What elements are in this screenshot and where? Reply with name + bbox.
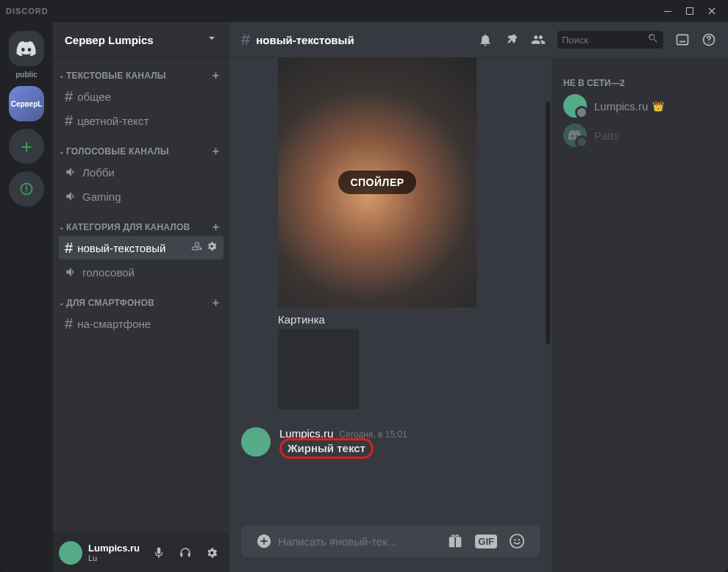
- chevron-down-icon: ⌄: [59, 224, 65, 231]
- svg-point-13: [510, 535, 524, 548]
- channel-на-смартфоне[interactable]: #на-смартфоне: [59, 312, 224, 335]
- gear-icon[interactable]: [206, 240, 218, 255]
- message-text: Жирный текст: [288, 442, 365, 454]
- svg-rect-1: [687, 8, 693, 15]
- category-header[interactable]: ⌄ГОЛОСОВЫЕ КАНАЛЫ+: [59, 133, 224, 160]
- svg-rect-4: [679, 41, 685, 43]
- category-header[interactable]: ⌄ТЕКСТОВЫЕ КАНАЛЫ+: [59, 57, 224, 84]
- channel-общее[interactable]: #общее: [59, 85, 224, 108]
- chevron-down-icon: ⌄: [59, 299, 65, 307]
- highlight-annotation: Жирный текст: [279, 438, 374, 459]
- spoiler-attachment[interactable]: СПОЙЛЕР: [278, 57, 477, 307]
- help-button[interactable]: [702, 32, 716, 47]
- speaker-icon: [65, 265, 78, 279]
- svg-rect-10: [454, 537, 456, 548]
- app-logo: DISCORD: [6, 7, 49, 15]
- message-row: Lumpics.ru Сегодня, в 15:01 Жирный текст: [241, 424, 540, 465]
- category-header[interactable]: ⌄ДЛЯ СМАРТФОНОВ+: [59, 285, 224, 311]
- member-row[interactable]: Lumpics.ru👑: [557, 91, 722, 121]
- spoiler-label: СПОЙЛЕР: [338, 171, 415, 194]
- notifications-button[interactable]: [478, 32, 493, 47]
- hash-icon: #: [65, 88, 73, 105]
- server-name: Сервер Lumpics: [65, 34, 206, 46]
- user-avatar[interactable]: [59, 541, 82, 565]
- home-button[interactable]: [9, 31, 44, 66]
- members-sidebar: НЕ В СЕТИ—2 Lumpics.ru👑Patts: [552, 57, 728, 572]
- channel-Лобби[interactable]: Лобби: [59, 160, 224, 184]
- settings-button[interactable]: [200, 541, 224, 565]
- channel-list: ⌄ТЕКСТОВЫЕ КАНАЛЫ+#общее#цветной-текст⌄Г…: [53, 57, 229, 533]
- messages-area: СПОЙЛЕР Картинка Lumpics.ru Сегодня, в 1…: [229, 57, 552, 572]
- add-channel-button[interactable]: +: [210, 221, 222, 234]
- channel-новый-текстовый[interactable]: #новый-текстовый: [59, 236, 224, 260]
- svg-point-14: [514, 539, 515, 540]
- chevron-down-icon: ⌄: [59, 72, 65, 79]
- channel-Gaming[interactable]: Gaming: [59, 185, 224, 208]
- chevron-down-icon: ⌄: [59, 148, 65, 155]
- guilds-sidebar: public СерверL +: [0, 22, 53, 572]
- channel-голосовой[interactable]: голосовой: [59, 260, 224, 284]
- search-icon: [647, 32, 659, 47]
- hash-icon: #: [65, 112, 73, 129]
- svg-point-11: [452, 535, 455, 538]
- speaker-icon: [65, 190, 78, 203]
- gif-button[interactable]: GIF: [469, 535, 503, 548]
- titlebar: DISCORD: [0, 0, 728, 22]
- speaker-icon: [65, 165, 78, 179]
- chat-header: # новый-текстовый: [229, 22, 728, 57]
- image-thumbnail[interactable]: [278, 329, 359, 410]
- member-avatar: [563, 94, 587, 118]
- channel-цветной-текст[interactable]: #цветной-текст: [59, 109, 224, 132]
- user-panel: Lumpics.ru Lu: [53, 533, 229, 572]
- members-toggle-button[interactable]: [531, 32, 546, 47]
- search-input[interactable]: [562, 35, 647, 46]
- add-channel-button[interactable]: +: [210, 296, 222, 310]
- window-close-button[interactable]: [702, 3, 722, 19]
- hash-icon: #: [65, 240, 73, 257]
- pinned-button[interactable]: [504, 32, 519, 47]
- member-avatar: [563, 124, 587, 147]
- message-input[interactable]: [278, 535, 441, 548]
- window-minimize-button[interactable]: [657, 3, 678, 19]
- guild-server-lumpics[interactable]: СерверL: [9, 86, 44, 121]
- message-caption: Картинка: [278, 313, 540, 326]
- channel-title: новый-текстовый: [256, 34, 478, 46]
- user-tag: Lu: [88, 554, 147, 562]
- scrollbar-thumb[interactable]: [546, 101, 550, 344]
- add-server-button[interactable]: +: [9, 129, 44, 164]
- svg-rect-0: [664, 11, 671, 12]
- message-composer: GIF: [241, 525, 540, 572]
- server-header[interactable]: Сервер Lumpics: [53, 22, 229, 57]
- mute-button[interactable]: [147, 541, 171, 565]
- inbox-button[interactable]: [675, 32, 690, 47]
- member-row[interactable]: Patts: [557, 121, 722, 150]
- category-header[interactable]: ⌄КАТЕГОРИЯ ДЛЯ КАНАЛОВ+: [59, 209, 224, 235]
- search-box[interactable]: [557, 31, 663, 49]
- window-maximize-button[interactable]: [679, 3, 700, 19]
- hash-icon: #: [241, 30, 250, 49]
- svg-rect-3: [677, 35, 688, 44]
- add-channel-button[interactable]: +: [210, 69, 222, 82]
- message-avatar[interactable]: [241, 427, 271, 457]
- user-name: Lumpics.ru: [88, 543, 147, 554]
- explore-servers-button[interactable]: [9, 171, 44, 207]
- emoji-button[interactable]: [503, 533, 531, 549]
- guild-folder-label: public: [15, 71, 37, 79]
- add-channel-button[interactable]: +: [210, 145, 222, 158]
- hash-icon: #: [65, 315, 73, 332]
- crown-icon: 👑: [652, 101, 664, 112]
- gift-button[interactable]: [441, 533, 469, 549]
- svg-point-15: [518, 539, 520, 540]
- channels-sidebar: Сервер Lumpics ⌄ТЕКСТОВЫЕ КАНАЛЫ+#общее#…: [53, 22, 229, 572]
- svg-point-6: [708, 42, 710, 43]
- members-category-offline: НЕ В СЕТИ—2: [557, 69, 722, 91]
- svg-point-12: [456, 535, 459, 538]
- chevron-down-icon: [206, 32, 218, 47]
- attach-button[interactable]: [250, 533, 278, 549]
- deafen-button[interactable]: [174, 541, 197, 565]
- main-content: # новый-текстовый СПОЙЛЕР: [229, 22, 728, 572]
- invite-icon[interactable]: [191, 240, 203, 255]
